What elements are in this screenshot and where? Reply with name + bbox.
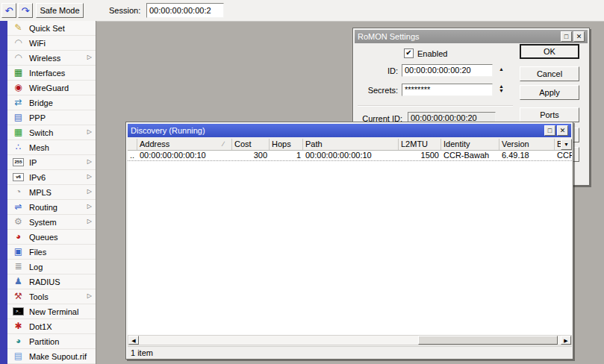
sidebar-item-wireguard[interactable]: ◉WireGuard [7, 81, 96, 95]
sidebar-item-queues[interactable]: ◕Queues [7, 230, 96, 245]
system-icon: ⚙ [13, 217, 24, 227]
sidebar-item-new-terminal[interactable]: >_New Terminal [7, 304, 96, 319]
secrets-updown-icon[interactable]: ▲▼ [496, 84, 506, 93]
wifi-icon: ◠ [13, 38, 24, 48]
sidebar-item-partition[interactable]: ◕Partition [7, 334, 96, 349]
submenu-arrow-icon: ▷ [87, 218, 92, 225]
undo-icon[interactable]: ↶ [1, 3, 16, 18]
sidebar-item-label: PPP [29, 113, 46, 122]
sidebar-item-tools[interactable]: ⚒Tools▷ [7, 289, 96, 304]
sidebar-item-label: Routing [29, 203, 57, 212]
wand-icon: ✎ [13, 23, 24, 33]
ip-icon: 255 [13, 158, 24, 166]
safe-mode-button[interactable]: Safe Mode [36, 3, 84, 18]
session-input[interactable] [146, 3, 224, 18]
sidebar-item-ip[interactable]: 255IP▷ [7, 155, 96, 170]
table-body: ..00:00:00:00:00:10300100:00:00:00:00:10… [128, 151, 572, 335]
column-header-address[interactable]: Address∕ [137, 139, 232, 150]
ipv6-icon: v6 [13, 173, 24, 181]
secrets-field[interactable]: ******** [402, 84, 493, 96]
column-header-path[interactable]: Path [303, 139, 399, 150]
sidebar-item-wifi[interactable]: ◠WiFi [7, 36, 96, 51]
column-header-flag[interactable] [128, 139, 137, 150]
interfaces-icon: ▦ [13, 68, 24, 78]
sidebar-item-label: Dot1X [29, 322, 52, 331]
sidebar-menu: ✎Quick Set◠WiFi◠Wireless▷▦Interfaces◉Wir… [7, 21, 96, 364]
enabled-label: Enabled [417, 49, 447, 58]
mpls-icon: ◔ [13, 187, 24, 197]
ok-button[interactable]: OK [520, 44, 579, 59]
sidebar-item-system[interactable]: ⚙System▷ [7, 215, 96, 230]
ports-button[interactable]: Ports [520, 107, 579, 122]
sidebar-item-interfaces[interactable]: ▦Interfaces [7, 66, 96, 81]
discovery-titlebar[interactable]: Discovery (Running) □ ✕ [128, 124, 571, 137]
sidebar-item-switch[interactable]: ▦Switch▷ [7, 125, 96, 140]
submenu-arrow-icon: ▷ [87, 158, 92, 165]
column-header-hops[interactable]: Hops [270, 139, 303, 150]
bridge-icon: ⇄ [13, 98, 24, 107]
sidebar-item-files[interactable]: ▣Files [7, 245, 96, 260]
close-icon[interactable]: ✕ [573, 31, 585, 42]
terminal-icon: >_ [13, 307, 24, 316]
cell-identity: CCR-Bawah [441, 151, 499, 160]
cell-l2mtu: 1500 [399, 151, 441, 160]
dot1x-icon: ✱ [13, 321, 24, 331]
id-label: ID: [353, 66, 398, 75]
column-header-version[interactable]: Version [499, 139, 555, 150]
sidebar-item-ppp[interactable]: ▤PPP [7, 110, 96, 125]
scroll-right-icon[interactable]: ▶ [561, 336, 571, 345]
sidebar-item-label: Switch [29, 128, 53, 137]
sidebar-item-mpls[interactable]: ◔MPLS▷ [7, 185, 96, 200]
romon-titlebar[interactable]: RoMON Settings □ ✕ [355, 30, 588, 43]
sidebar-item-label: IPv6 [29, 173, 46, 182]
sidebar-item-label: MPLS [29, 188, 52, 197]
id-field[interactable]: 00:00:00:00:00:20 [402, 64, 493, 77]
sidebar-item-quick-set[interactable]: ✎Quick Set [7, 21, 96, 36]
id-up-arrow-icon[interactable]: ▲ [496, 67, 506, 72]
sidebar-item-label: Tools [29, 292, 49, 301]
sidebar-item-routing[interactable]: ⇌Routing▷ [7, 200, 96, 215]
column-header-identity[interactable]: Identity [441, 139, 499, 150]
sidebar-item-label: RADIUS [29, 277, 60, 286]
cell-board: CCR [555, 151, 572, 160]
column-header-l2mtu[interactable]: L2MTU [399, 139, 441, 150]
cell-cost: 300 [232, 151, 270, 160]
cell-path: 00:00:00:00:00:10 [303, 151, 399, 160]
cancel-button[interactable]: Cancel [520, 66, 579, 81]
sidebar-item-radius[interactable]: ♟RADIUS [7, 274, 96, 289]
redo-icon[interactable]: ↷ [18, 3, 33, 18]
apply-button[interactable]: Apply [520, 85, 579, 100]
scrollbar-thumb[interactable] [418, 336, 558, 345]
session-label: Session: [109, 6, 140, 15]
sidebar-item-label: Wireless [29, 54, 60, 63]
sort-icon: ∕ [222, 140, 224, 148]
maximize-icon[interactable]: □ [561, 31, 572, 42]
sidebar-item-label: Quick Set [29, 24, 65, 33]
sidebar-item-label: Queues [29, 233, 58, 242]
column-header-cost[interactable]: Cost [232, 139, 270, 150]
horizontal-scrollbar[interactable]: ◀ ▶ [128, 335, 572, 345]
scroll-left-icon[interactable]: ◀ [128, 336, 139, 345]
table-row[interactable]: ..00:00:00:00:00:10300100:00:00:00:00:10… [128, 151, 572, 161]
wireguard-icon: ◉ [13, 83, 24, 92]
sidebar-item-wireless[interactable]: ◠Wireless▷ [7, 51, 96, 66]
sidebar-item-log[interactable]: ≣Log [7, 260, 96, 274]
switch-icon: ▦ [13, 128, 24, 137]
sidebar-accent-strip [0, 21, 7, 364]
item-count: 1 item [131, 348, 153, 357]
close-icon[interactable]: ✕ [557, 125, 568, 136]
discovery-window-title: Discovery (Running) [131, 126, 205, 135]
column-selector-button[interactable]: ▼ [561, 139, 572, 150]
cell-flag: .. [128, 151, 137, 160]
sidebar-item-make-supout-rif[interactable]: ▤Make Supout.rif [7, 349, 96, 364]
maximize-icon[interactable]: □ [544, 125, 555, 136]
submenu-arrow-icon: ▷ [87, 188, 92, 195]
submenu-arrow-icon: ▷ [87, 128, 92, 135]
sidebar-item-bridge[interactable]: ⇄Bridge [7, 95, 96, 110]
sidebar-item-ipv6[interactable]: v6IPv6▷ [7, 170, 96, 185]
sidebar-item-dot1x[interactable]: ✱Dot1X [7, 319, 96, 334]
enabled-checkbox[interactable]: ✔ [404, 48, 414, 58]
status-bar: 1 item [128, 346, 572, 358]
sidebar-item-mesh[interactable]: ∴Mesh [7, 140, 96, 155]
discovery-window: Discovery (Running) □ ✕ Address∕CostHops… [125, 122, 573, 360]
